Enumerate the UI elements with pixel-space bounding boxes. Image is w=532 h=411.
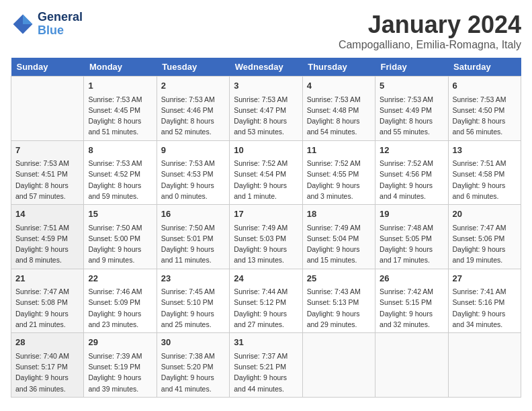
sunset-text: Sunset: 5:20 PM: [161, 361, 225, 372]
calendar-cell: 5Sunrise: 7:53 AMSunset: 4:49 PMDaylight…: [375, 77, 448, 141]
daylight-text: Daylight: 8 hours and 54 minutes.: [307, 116, 371, 138]
daylight-text: Daylight: 9 hours and 32 minutes.: [380, 308, 443, 330]
daylight-text: Daylight: 9 hours and 21 minutes.: [15, 308, 79, 330]
sunrise-text: Sunrise: 7:43 AM: [307, 286, 371, 297]
day-info: Sunrise: 7:52 AMSunset: 4:54 PMDaylight:…: [234, 158, 298, 201]
sunrise-text: Sunrise: 7:50 AM: [161, 222, 225, 233]
calendar-cell: [448, 333, 521, 398]
daylight-text: Daylight: 9 hours and 29 minutes.: [307, 308, 371, 330]
header: General Blue January 2024 Campogalliano,…: [11, 11, 521, 51]
day-number: 18: [307, 208, 371, 221]
sunset-text: Sunset: 5:00 PM: [88, 233, 152, 244]
day-info: Sunrise: 7:44 AMSunset: 5:12 PMDaylight:…: [234, 286, 298, 330]
calendar-cell: [302, 333, 375, 398]
header-day-thursday: Thursday: [302, 58, 375, 77]
calendar-cell: 29Sunrise: 7:39 AMSunset: 5:19 PMDayligh…: [84, 333, 157, 398]
calendar-cell: 21Sunrise: 7:47 AMSunset: 5:08 PMDayligh…: [11, 269, 84, 333]
sunset-text: Sunset: 4:47 PM: [234, 105, 298, 116]
sunrise-text: Sunrise: 7:46 AM: [88, 286, 152, 297]
sunrise-text: Sunrise: 7:53 AM: [88, 158, 152, 169]
sunset-text: Sunset: 5:04 PM: [307, 233, 371, 244]
daylight-text: Daylight: 9 hours and 13 minutes.: [234, 244, 298, 266]
day-info: Sunrise: 7:52 AMSunset: 4:56 PMDaylight:…: [380, 158, 443, 201]
header-day-tuesday: Tuesday: [157, 58, 229, 77]
daylight-text: Daylight: 9 hours and 41 minutes.: [161, 372, 225, 394]
day-info: Sunrise: 7:49 AMSunset: 5:03 PMDaylight:…: [234, 222, 298, 266]
day-number: 27: [453, 272, 517, 285]
day-info: Sunrise: 7:53 AMSunset: 4:51 PMDaylight:…: [15, 158, 79, 201]
logo-text: General Blue: [38, 11, 83, 38]
header-day-sunday: Sunday: [11, 58, 84, 77]
day-number: 20: [453, 208, 517, 221]
day-info: Sunrise: 7:47 AMSunset: 5:08 PMDaylight:…: [15, 286, 79, 330]
day-number: 29: [88, 336, 152, 349]
sunrise-text: Sunrise: 7:53 AM: [453, 94, 517, 105]
daylight-text: Daylight: 9 hours and 11 minutes.: [161, 244, 225, 266]
sunrise-text: Sunrise: 7:52 AM: [307, 158, 371, 169]
day-info: Sunrise: 7:53 AMSunset: 4:46 PMDaylight:…: [161, 94, 225, 138]
daylight-text: Daylight: 8 hours and 53 minutes.: [234, 116, 298, 138]
day-number: 14: [15, 208, 79, 221]
sunset-text: Sunset: 4:56 PM: [380, 169, 443, 179]
calendar-subtitle: Campogalliano, Emilia-Romagna, Italy: [339, 39, 521, 51]
sunrise-text: Sunrise: 7:49 AM: [234, 222, 298, 233]
day-info: Sunrise: 7:51 AMSunset: 4:58 PMDaylight:…: [453, 158, 517, 201]
calendar-title: January 2024: [339, 11, 521, 39]
calendar-cell: 7Sunrise: 7:53 AMSunset: 4:51 PMDaylight…: [11, 140, 84, 205]
daylight-text: Daylight: 9 hours and 17 minutes.: [380, 244, 443, 266]
day-number: 17: [234, 208, 298, 221]
day-number: 11: [307, 144, 371, 157]
calendar-cell: 14Sunrise: 7:51 AMSunset: 4:59 PMDayligh…: [11, 205, 84, 269]
daylight-text: Daylight: 9 hours and 23 minutes.: [88, 308, 152, 330]
daylight-text: Daylight: 9 hours and 36 minutes.: [15, 372, 79, 394]
daylight-text: Daylight: 9 hours and 8 minutes.: [15, 244, 79, 266]
sunset-text: Sunset: 5:21 PM: [234, 361, 298, 372]
sunset-text: Sunset: 4:59 PM: [15, 233, 79, 244]
day-number: 4: [307, 79, 371, 93]
sunrise-text: Sunrise: 7:47 AM: [15, 286, 79, 297]
day-number: 9: [161, 144, 225, 157]
header-day-wednesday: Wednesday: [230, 58, 302, 77]
sunrise-text: Sunrise: 7:38 AM: [161, 351, 225, 361]
calendar-cell: [375, 333, 448, 398]
daylight-text: Daylight: 8 hours and 55 minutes.: [380, 116, 443, 138]
calendar-cell: 16Sunrise: 7:50 AMSunset: 5:01 PMDayligh…: [157, 205, 229, 269]
calendar-cell: 24Sunrise: 7:44 AMSunset: 5:12 PMDayligh…: [230, 269, 302, 333]
day-info: Sunrise: 7:53 AMSunset: 4:48 PMDaylight:…: [307, 94, 371, 138]
daylight-text: Daylight: 9 hours and 9 minutes.: [88, 244, 152, 266]
sunrise-text: Sunrise: 7:47 AM: [453, 222, 517, 233]
day-number: 22: [88, 272, 152, 285]
daylight-text: Daylight: 9 hours and 34 minutes.: [453, 308, 517, 330]
sunset-text: Sunset: 4:50 PM: [453, 105, 517, 116]
sunrise-text: Sunrise: 7:44 AM: [234, 286, 298, 297]
sunrise-text: Sunrise: 7:53 AM: [161, 94, 225, 105]
day-info: Sunrise: 7:47 AMSunset: 5:06 PMDaylight:…: [453, 222, 517, 266]
sunrise-text: Sunrise: 7:53 AM: [234, 94, 298, 105]
logo-line2: Blue: [38, 24, 83, 38]
calendar-cell: 27Sunrise: 7:41 AMSunset: 5:16 PMDayligh…: [448, 269, 521, 333]
day-info: Sunrise: 7:38 AMSunset: 5:20 PMDaylight:…: [161, 351, 225, 394]
daylight-text: Daylight: 9 hours and 15 minutes.: [307, 244, 371, 266]
sunset-text: Sunset: 5:08 PM: [15, 297, 79, 308]
daylight-text: Daylight: 9 hours and 25 minutes.: [161, 308, 225, 330]
calendar-cell: 11Sunrise: 7:52 AMSunset: 4:55 PMDayligh…: [302, 140, 375, 205]
sunset-text: Sunset: 5:12 PM: [234, 297, 298, 308]
sunrise-text: Sunrise: 7:52 AM: [234, 158, 298, 169]
day-info: Sunrise: 7:53 AMSunset: 4:53 PMDaylight:…: [161, 158, 225, 201]
calendar-week-3: 14Sunrise: 7:51 AMSunset: 4:59 PMDayligh…: [11, 205, 521, 269]
calendar-header-row: SundayMondayTuesdayWednesdayThursdayFrid…: [11, 58, 521, 77]
calendar-cell: 23Sunrise: 7:45 AMSunset: 5:10 PMDayligh…: [157, 269, 229, 333]
day-info: Sunrise: 7:43 AMSunset: 5:13 PMDaylight:…: [307, 286, 371, 330]
sunrise-text: Sunrise: 7:49 AM: [307, 222, 371, 233]
day-number: 13: [453, 144, 517, 157]
daylight-text: Daylight: 9 hours and 3 minutes.: [307, 180, 371, 202]
daylight-text: Daylight: 9 hours and 27 minutes.: [234, 308, 298, 330]
calendar-cell: 6Sunrise: 7:53 AMSunset: 4:50 PMDaylight…: [448, 77, 521, 141]
day-number: 6: [453, 79, 517, 93]
day-info: Sunrise: 7:42 AMSunset: 5:15 PMDaylight:…: [380, 286, 443, 330]
day-number: 28: [15, 336, 79, 349]
day-number: 21: [15, 272, 79, 285]
sunset-text: Sunset: 5:09 PM: [88, 297, 152, 308]
calendar-cell: [11, 77, 84, 141]
sunset-text: Sunset: 5:13 PM: [307, 297, 371, 308]
